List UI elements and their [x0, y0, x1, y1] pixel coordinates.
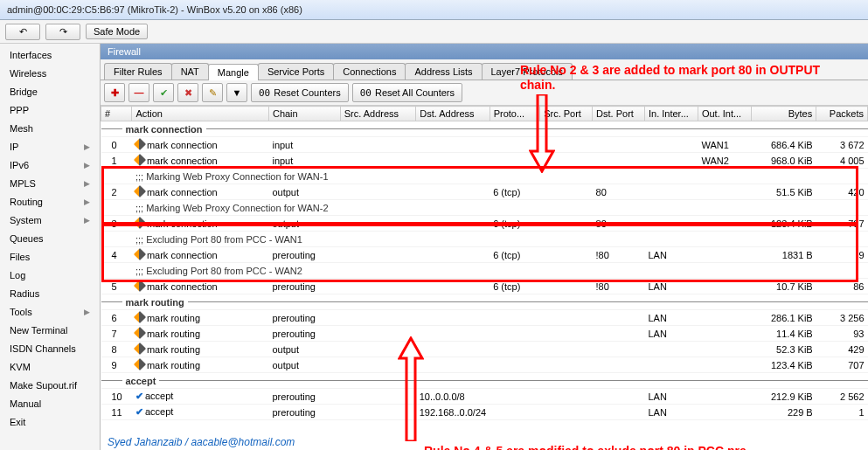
safe-mode-button[interactable]: Safe Mode: [86, 24, 148, 39]
menu-item-new-terminal[interactable]: New Terminal: [2, 322, 98, 339]
col-bytes[interactable]: Bytes: [751, 107, 816, 121]
tab-connections[interactable]: Connections: [333, 63, 406, 80]
col-packets[interactable]: Packets: [816, 107, 868, 121]
comment-button[interactable]: ✎: [202, 83, 223, 102]
rule-comment[interactable]: ;;; Excluding Port 80 from PCC - WAN2: [101, 263, 868, 279]
rule-comment[interactable]: ;;; Marking Web Proxy Connection for WAN…: [101, 200, 868, 216]
window-title: Firewall: [101, 44, 868, 59]
col-action[interactable]: Action: [132, 107, 269, 121]
rule-comment[interactable]: ;;; Marking Web Proxy Connection for WAN…: [101, 169, 868, 184]
rule-row[interactable]: 3mark connectionoutput6 (tcp)80123.4 KiB…: [101, 216, 868, 232]
menu-item-routing[interactable]: Routing▶: [2, 193, 98, 211]
col-out-interface[interactable]: Out. Int...: [698, 107, 751, 121]
rule-row[interactable]: 2mark connectionoutput6 (tcp)8051.5 KiB4…: [101, 184, 868, 200]
menu-item-ppp[interactable]: PPP: [2, 101, 98, 119]
reset-counters-button[interactable]: 00Reset Counters: [251, 83, 349, 102]
col-in-interface[interactable]: In. Inter...: [644, 107, 698, 121]
rule-row[interactable]: 0mark connectioninputWAN1686.4 KiB3 672: [101, 137, 868, 153]
menu-item-ip[interactable]: IP▶: [2, 138, 98, 156]
tab-service-ports[interactable]: Service Ports: [258, 63, 334, 80]
menu-item-manual[interactable]: Manual: [2, 395, 98, 412]
col-protocol[interactable]: Proto...: [490, 107, 539, 121]
rule-row[interactable]: 10✔acceptprerouting10..0.0.0/8LAN212.9 K…: [101, 389, 868, 405]
rule-row[interactable]: 9mark routingoutput123.4 KiB707: [101, 357, 868, 373]
menu-item-tools[interactable]: Tools▶: [2, 303, 98, 321]
rule-row[interactable]: 7mark routingpreroutingLAN11.4 KiB93: [101, 326, 868, 342]
tab-filter-rules[interactable]: Filter Rules: [104, 63, 172, 80]
col-chain[interactable]: Chain: [268, 107, 340, 121]
content-pane: Firewall Filter RulesNATMangleService Po…: [101, 44, 868, 450]
group-header[interactable]: mark routing: [101, 294, 868, 310]
menu-item-interfaces[interactable]: Interfaces: [2, 46, 98, 64]
menu-item-kvm[interactable]: KVM: [2, 358, 98, 376]
annotation-1: Rule No 2 & 3 are added to mark port 80 …: [520, 63, 835, 93]
col-src-address[interactable]: Src. Address: [340, 107, 415, 121]
tab-mangle[interactable]: Mangle: [208, 64, 259, 80]
menu-item-isdn-channels[interactable]: ISDN Channels: [2, 340, 98, 357]
menu-item-bridge[interactable]: Bridge: [2, 83, 98, 100]
top-toolbar: ↶ ↷ Safe Mode: [0, 20, 868, 44]
col-number[interactable]: #: [101, 107, 132, 121]
rule-row[interactable]: 6mark routingpreroutingLAN286.1 KiB3 256: [101, 310, 868, 326]
rule-row[interactable]: 11✔acceptprerouting192.168..0.0/24LAN229…: [101, 405, 868, 420]
rule-row[interactable]: 4mark connectionprerouting6 (tcp)!80LAN1…: [101, 247, 868, 263]
rules-table[interactable]: # Action Chain Src. Address Dst. Address…: [101, 106, 868, 450]
reset-all-counters-button[interactable]: 00Reset All Counters: [352, 83, 462, 102]
menu-item-queues[interactable]: Queues: [2, 230, 98, 247]
main-menu: InterfacesWirelessBridgePPPMeshIP▶IPv6▶M…: [0, 44, 101, 450]
menu-item-system[interactable]: System▶: [2, 211, 98, 229]
menu-item-mpls[interactable]: MPLS▶: [2, 175, 98, 192]
menu-item-mesh[interactable]: Mesh: [2, 120, 98, 137]
rule-comment[interactable]: ;;; Excluding Port 80 from PCC - WAN1: [101, 232, 868, 247]
menu-item-radius[interactable]: Radius: [2, 285, 98, 302]
menu-item-make-supout-rif[interactable]: Make Supout.rif: [2, 377, 98, 394]
redo-button[interactable]: ↷: [45, 24, 80, 40]
menu-item-wireless[interactable]: Wireless: [2, 65, 98, 82]
add-button[interactable]: ✚: [104, 83, 125, 102]
enable-button[interactable]: ✔: [153, 83, 174, 102]
col-dst-port[interactable]: Dst. Port: [593, 107, 645, 121]
menu-item-exit[interactable]: Exit: [2, 413, 98, 431]
menu-item-ipv6[interactable]: IPv6▶: [2, 156, 98, 174]
tab-nat[interactable]: NAT: [171, 63, 209, 80]
remove-button[interactable]: —: [128, 83, 149, 102]
disable-button[interactable]: ✖: [177, 83, 198, 102]
footer-credit: Syed Jahanzaib / aacable@hotmail.com: [108, 436, 295, 448]
annotation-2: Rule No 4 & 5 are modified to exlude por…: [424, 444, 756, 450]
col-dst-address[interactable]: Dst. Address: [416, 107, 490, 121]
group-header[interactable]: mark connection: [101, 121, 868, 137]
group-header[interactable]: accept: [101, 373, 868, 389]
rule-row[interactable]: 1mark connectioninputWAN2968.0 KiB4 005: [101, 153, 868, 169]
col-src-port[interactable]: Src. Port: [540, 107, 593, 121]
undo-button[interactable]: ↶: [5, 24, 40, 40]
rule-row[interactable]: 8mark routingoutput52.3 KiB429: [101, 342, 868, 357]
menu-item-log[interactable]: Log: [2, 267, 98, 284]
tab-address-lists[interactable]: Address Lists: [405, 63, 482, 80]
filter-button[interactable]: ▼: [226, 83, 247, 102]
menu-item-files[interactable]: Files: [2, 248, 98, 266]
window-titlebar: admin@00:0C:29:C5:B6:97 (MikroTik-2) - W…: [0, 0, 868, 20]
rule-row[interactable]: 5mark connectionprerouting6 (tcp)!80LAN1…: [101, 279, 868, 294]
